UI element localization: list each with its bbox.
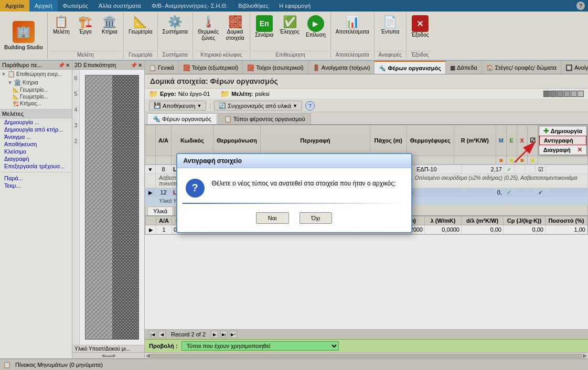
dialog-box: Αντιγραφή στοιχείο ? Θέλετε ο νέος τύπος… (176, 153, 412, 233)
dialog-question-icon: ? (186, 179, 205, 198)
dialog-text: Θέλετε ο νέος τύπος να ανατεθεί στα στοι… (212, 179, 403, 189)
btn-no[interactable]: Όχι (300, 212, 333, 224)
dialog-buttons: Ναι Όχι (177, 209, 411, 232)
dialog-overlay: Αντιγραφή στοιχείο ? Θέλετε ο νέος τύπος… (0, 0, 588, 370)
dialog-title: Αντιγραφή στοιχείο (177, 154, 411, 168)
btn-yes[interactable]: Ναι (256, 212, 289, 224)
